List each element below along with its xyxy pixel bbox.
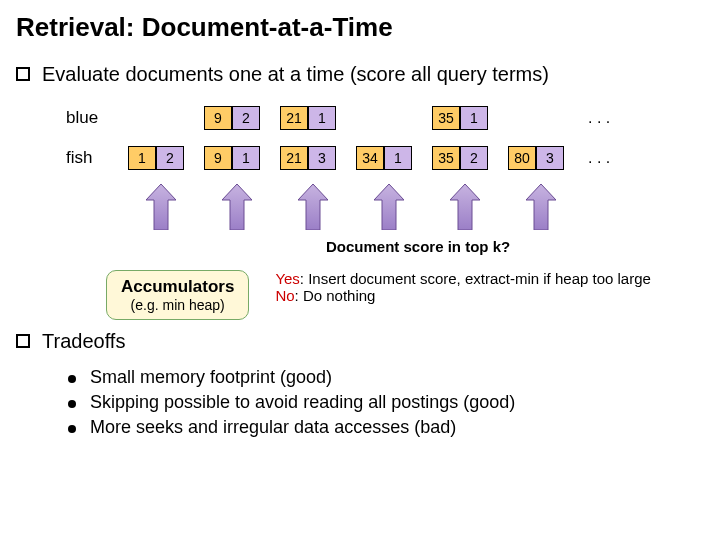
blue-tf-1: 1 [308,106,336,130]
fish-doc-5: 80 [508,146,536,170]
fish-tf-0: 2 [156,146,184,170]
blue-doc-0: 9 [204,106,232,130]
fish-tf-2: 3 [308,146,336,170]
svg-marker-3 [374,184,404,230]
arrow-up-icon [526,184,556,230]
bullet-evaluate: Evaluate documents one at a time (score … [16,63,704,86]
bullet-tradeoffs-text: Tradeoffs [42,330,125,353]
blue-tf-2: 1 [460,106,488,130]
yes-label: Yes [275,270,299,287]
svg-marker-4 [450,184,480,230]
tradeoff-1: Skipping possible to avoid reading all p… [90,392,515,413]
dot-bullet-icon [68,400,76,408]
arrow-up-icon [298,184,328,230]
list-item: Small memory footprint (good) [68,367,704,388]
arrow-up-icon [450,184,480,230]
fish-doc-3: 34 [356,146,384,170]
page-title: Retrieval: Document-at-a-Time [16,12,704,43]
ellipsis-fish: . . . [588,149,610,167]
accumulators-box: Accumulators (e.g. min heap) [106,270,249,320]
no-text: : Do nothing [295,287,376,304]
score-question: Document score in top k? [326,238,510,255]
svg-marker-2 [298,184,328,230]
fish-tf-4: 2 [460,146,488,170]
arrow-up-icon [146,184,176,230]
square-bullet-icon [16,67,30,81]
term-label-blue: blue [66,108,128,128]
fish-doc-4: 35 [432,146,460,170]
fish-tf-3: 1 [384,146,412,170]
accumulators-sub: (e.g. min heap) [121,297,234,313]
arrow-up-icon [222,184,252,230]
bullet-tradeoffs: Tradeoffs [16,330,704,353]
accumulators-label: Accumulators [121,277,234,297]
score-no: No: Do nothing [275,287,650,304]
row-blue: blue 92 211 351 . . . [66,106,610,130]
square-bullet-icon [16,334,30,348]
dot-bullet-icon [68,425,76,433]
svg-marker-0 [146,184,176,230]
yes-text: : Insert document score, extract-min if … [300,270,651,287]
bullet-evaluate-text: Evaluate documents one at a time (score … [42,63,549,86]
score-yes: Yes: Insert document score, extract-min … [275,270,650,287]
list-item: Skipping possible to avoid reading all p… [68,392,704,413]
blue-doc-1: 21 [280,106,308,130]
fish-tf-5: 3 [536,146,564,170]
svg-marker-5 [526,184,556,230]
fish-doc-0: 1 [128,146,156,170]
dot-bullet-icon [68,375,76,383]
fish-doc-2: 21 [280,146,308,170]
term-label-fish: fish [66,148,128,168]
arrow-up-icon [374,184,404,230]
list-item: More seeks and irregular data accesses (… [68,417,704,438]
tradeoffs-list: Small memory footprint (good) Skipping p… [68,367,704,438]
tradeoff-2: More seeks and irregular data accesses (… [90,417,456,438]
blue-tf-0: 2 [232,106,260,130]
row-fish: fish 12 91 213 341 352 803 . . . [66,146,610,170]
fish-doc-1: 9 [204,146,232,170]
postings-diagram: blue 92 211 351 . . . fish 12 91 213 341… [66,100,704,260]
ellipsis-blue: . . . [588,109,610,127]
fish-tf-1: 1 [232,146,260,170]
no-label: No [275,287,294,304]
svg-marker-1 [222,184,252,230]
blue-doc-2: 35 [432,106,460,130]
tradeoff-0: Small memory footprint (good) [90,367,332,388]
